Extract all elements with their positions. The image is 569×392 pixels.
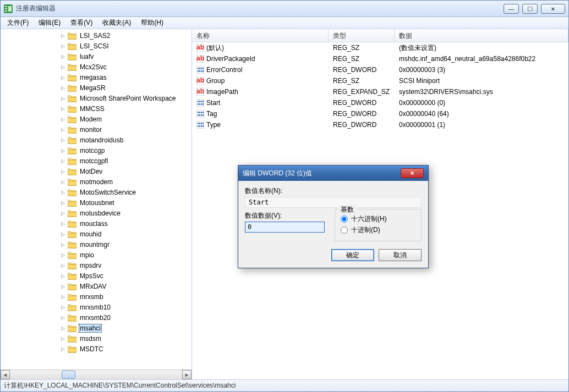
col-header-type[interactable]: 类型 bbox=[329, 29, 395, 42]
tree-item[interactable]: ▷msdsm bbox=[1, 333, 192, 344]
tree-item[interactable]: ▷mouhid bbox=[1, 229, 192, 239]
expand-icon[interactable]: ▷ bbox=[60, 221, 65, 227]
menu-favorite[interactable]: 收藏夹(A) bbox=[98, 17, 135, 29]
expand-icon[interactable]: ▷ bbox=[60, 231, 65, 237]
maximize-button[interactable]: ▢ bbox=[522, 4, 538, 14]
tree-item[interactable]: ▷motccgpfl bbox=[1, 156, 192, 166]
expand-icon[interactable]: ▷ bbox=[60, 96, 65, 101]
dialog-titlebar[interactable]: 编辑 DWORD (32 位)值 × bbox=[238, 165, 428, 181]
tree-item[interactable]: ▷MMCSS bbox=[1, 103, 192, 114]
dialog-cancel-button[interactable]: 取消 bbox=[379, 249, 422, 261]
scroll-left-button[interactable]: ◄ bbox=[1, 370, 10, 379]
list-row[interactable]: GroupREG_SZSCSI Miniport bbox=[192, 75, 568, 86]
tree-item[interactable]: ▷mrxsmb bbox=[1, 291, 192, 302]
expand-icon[interactable]: ▷ bbox=[60, 315, 65, 321]
tree-hscrollbar[interactable]: ◄ ► bbox=[1, 369, 192, 379]
expand-icon[interactable]: ▷ bbox=[60, 346, 65, 352]
tree-scroll[interactable]: ▷LSI_SAS2▷LSI_SCSI▷luafv▷Mcx2Svc▷megasas… bbox=[1, 29, 192, 369]
dialog-ok-button[interactable]: 确定 bbox=[331, 249, 374, 261]
expand-icon[interactable]: ▷ bbox=[60, 200, 65, 206]
tree-item[interactable]: ▷Modem bbox=[1, 114, 192, 124]
expand-icon[interactable]: ▷ bbox=[60, 179, 65, 185]
tree-item[interactable]: ▷monitor bbox=[1, 124, 192, 135]
expand-icon[interactable]: ▷ bbox=[60, 117, 65, 122]
tree-item[interactable]: ▷MegaSR bbox=[1, 82, 192, 93]
radix-hex-input[interactable] bbox=[341, 216, 348, 223]
tree-item[interactable]: ▷megasas bbox=[1, 72, 192, 82]
scroll-track[interactable] bbox=[10, 370, 182, 379]
tree-item[interactable]: ▷MotDev bbox=[1, 166, 192, 176]
tree-item[interactable]: ▷motccgp bbox=[1, 145, 192, 156]
expand-icon[interactable]: ▷ bbox=[60, 33, 65, 38]
expand-icon[interactable]: ▷ bbox=[60, 284, 65, 289]
expand-icon[interactable]: ▷ bbox=[60, 305, 65, 310]
menu-edit[interactable]: 编辑(E) bbox=[34, 17, 65, 29]
expand-icon[interactable]: ▷ bbox=[60, 336, 65, 341]
value-data-input[interactable] bbox=[245, 222, 325, 233]
expand-icon[interactable]: ▷ bbox=[60, 273, 65, 279]
list-row[interactable]: StartREG_DWORD0x00000000 (0) bbox=[192, 97, 568, 108]
expand-icon[interactable]: ▷ bbox=[60, 169, 65, 174]
tree-item[interactable]: ▷MSDTC bbox=[1, 344, 192, 354]
tree-item[interactable]: ▷mouclass bbox=[1, 218, 192, 229]
radix-hex-radio[interactable]: 十六进制(H) bbox=[341, 214, 415, 224]
list-row[interactable]: TagREG_DWORD0x00000040 (64) bbox=[192, 108, 568, 119]
expand-icon[interactable]: ▷ bbox=[60, 190, 65, 195]
tree-item[interactable]: ▷mpsdrv bbox=[1, 260, 192, 270]
expand-icon[interactable]: ▷ bbox=[60, 294, 65, 300]
expand-icon[interactable]: ▷ bbox=[60, 158, 65, 164]
list-row[interactable]: TypeREG_DWORD0x00000001 (1) bbox=[192, 119, 568, 130]
tree-item[interactable]: ▷mountmgr bbox=[1, 239, 192, 250]
tree-item[interactable]: ▷MRxDAV bbox=[1, 281, 192, 291]
expand-icon[interactable]: ▷ bbox=[60, 127, 65, 132]
folder-icon bbox=[68, 345, 76, 353]
close-button[interactable]: × bbox=[541, 4, 565, 14]
tree-item[interactable]: ▷mrxsmb20 bbox=[1, 312, 192, 323]
tree-item[interactable]: ▷LSI_SAS2 bbox=[1, 30, 192, 41]
tree-item[interactable]: ▷motusbdevice bbox=[1, 208, 192, 218]
tree-item[interactable]: ▷luafv bbox=[1, 51, 192, 62]
expand-icon[interactable]: ▷ bbox=[60, 263, 65, 268]
expand-icon[interactable]: ▷ bbox=[60, 64, 65, 70]
expand-icon[interactable]: ▷ bbox=[60, 242, 65, 247]
tree-item[interactable]: ▷motandroidusb bbox=[1, 135, 192, 145]
expand-icon[interactable]: ▷ bbox=[60, 54, 65, 59]
col-header-name[interactable]: 名称 bbox=[192, 29, 329, 42]
list-row[interactable]: (默认)REG_SZ(数值未设置) bbox=[192, 42, 568, 53]
menu-help[interactable]: 帮助(H) bbox=[136, 17, 168, 29]
minimize-button[interactable]: — bbox=[504, 4, 519, 14]
tree-item[interactable]: ▷Mcx2Svc bbox=[1, 62, 192, 72]
tree-item[interactable]: ▷LSI_SCSI bbox=[1, 41, 192, 51]
expand-icon[interactable]: ▷ bbox=[60, 252, 65, 258]
expand-icon[interactable]: ▷ bbox=[60, 43, 65, 49]
scroll-thumb[interactable] bbox=[62, 371, 75, 379]
tree-item[interactable]: ▷Microsoft SharePoint Workspace bbox=[1, 93, 192, 103]
tree-item[interactable]: ▷motmodem bbox=[1, 176, 192, 187]
scroll-right-button[interactable]: ► bbox=[182, 370, 192, 379]
radix-dec-input[interactable] bbox=[341, 227, 348, 234]
list-row[interactable]: ImagePathREG_EXPAND_SZsystem32\DRIVERS\m… bbox=[192, 86, 568, 97]
list-row[interactable]: ErrorControlREG_DWORD0x00000003 (3) bbox=[192, 64, 568, 75]
expand-icon[interactable]: ▷ bbox=[60, 148, 65, 153]
list-row[interactable]: DriverPackageIdREG_SZmshdc.inf_amd64_neu… bbox=[192, 53, 568, 64]
tree-item[interactable]: ▷mrxsmb10 bbox=[1, 302, 192, 312]
expand-icon[interactable]: ▷ bbox=[60, 75, 65, 80]
tree-item[interactable]: ▷Motousbnet bbox=[1, 197, 192, 208]
expand-icon[interactable]: ▷ bbox=[60, 85, 65, 91]
expand-icon[interactable]: ▷ bbox=[60, 106, 65, 112]
menu-view[interactable]: 查看(V) bbox=[66, 17, 97, 29]
tree-item[interactable]: ▷msahci bbox=[1, 323, 192, 333]
value-data-label: 数值数据(V): bbox=[245, 211, 325, 220]
col-header-data[interactable]: 数据 bbox=[395, 29, 568, 42]
dialog-close-button[interactable]: × bbox=[401, 168, 424, 178]
titlebar[interactable]: 注册表编辑器 — ▢ × bbox=[1, 1, 568, 17]
radix-dec-radio[interactable]: 十进制(D) bbox=[341, 225, 415, 235]
tree-item[interactable]: ▷mpio bbox=[1, 250, 192, 260]
list-header[interactable]: 名称 类型 数据 bbox=[192, 29, 568, 42]
tree-item[interactable]: ▷MotoSwitchService bbox=[1, 187, 192, 197]
expand-icon[interactable]: ▷ bbox=[60, 211, 65, 216]
expand-icon[interactable]: ▷ bbox=[60, 137, 65, 143]
expand-icon[interactable]: ▷ bbox=[60, 325, 65, 331]
menu-file[interactable]: 文件(F) bbox=[3, 17, 33, 29]
tree-item[interactable]: ▷MpsSvc bbox=[1, 270, 192, 281]
